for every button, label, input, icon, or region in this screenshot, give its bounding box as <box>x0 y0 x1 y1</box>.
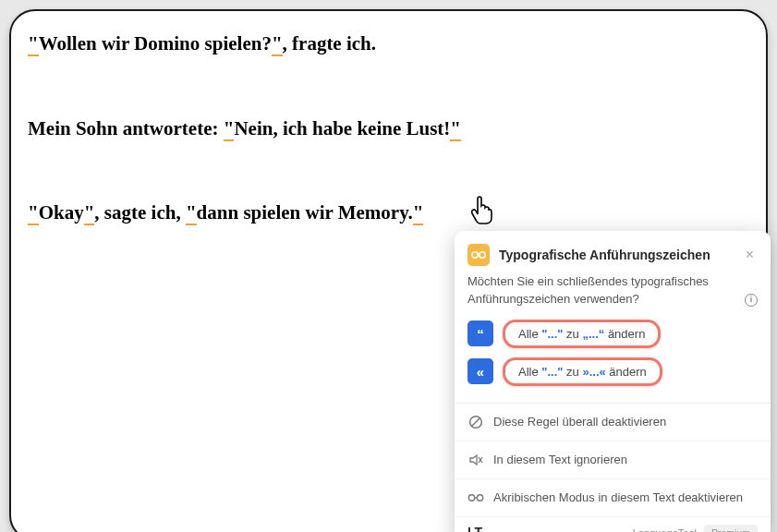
quote-mark-close[interactable]: " <box>413 201 424 225</box>
editor-window: "Wollen wir Domino spielen?", fragte ich… <box>9 9 768 532</box>
text-run: Mein Sohn antwortete: <box>28 117 224 139</box>
quote-mark-close[interactable]: " <box>84 201 95 225</box>
action-label: Diese Regel überall deaktivieren <box>493 415 666 429</box>
style-category-icon <box>467 244 490 266</box>
action-label: Akribischen Modus in diesem Text deaktiv… <box>493 490 743 504</box>
svg-line-4 <box>472 417 480 425</box>
popup-title: Typografische Anführungszeichen <box>499 248 733 262</box>
mute-icon <box>467 452 484 468</box>
svg-point-1 <box>480 252 485 258</box>
text-run: dann spielen wir Memory. <box>197 201 413 224</box>
suggestion-glyph-badge[interactable]: “ <box>467 320 493 346</box>
quote-mark-open[interactable]: " <box>28 201 39 225</box>
close-button[interactable]: × <box>742 246 758 264</box>
popup-actions: Diese Regel überall deaktivieren In dies… <box>455 403 771 517</box>
svg-point-8 <box>477 494 482 500</box>
text-run: Nein, ich habe keine Lust! <box>234 117 450 139</box>
deactivate-rule-button[interactable]: Diese Regel überall deaktivieren <box>455 404 771 441</box>
suggestion-glyph-badge[interactable]: « <box>467 358 493 384</box>
popup-header: Typografische Anführungszeichen × <box>455 231 771 273</box>
suggestion-row: « Alle "..." zu »...« ändern <box>467 357 758 386</box>
svg-point-0 <box>472 252 478 258</box>
quote-mark-close[interactable]: " <box>272 32 283 56</box>
suggestion-row: “ Alle "..." zu „...“ ändern <box>467 320 758 348</box>
deactivate-picky-mode-button[interactable]: Akribischen Modus in diesem Text deaktiv… <box>455 479 771 517</box>
text-run: Okay <box>39 201 84 224</box>
ignore-in-text-button[interactable]: In diesem Text ignorieren <box>455 441 771 479</box>
premium-badge[interactable]: Premium <box>704 525 758 532</box>
languagetool-link[interactable]: LanguageTool <box>633 527 697 532</box>
paragraph-3: "Okay", sagte ich, "dann spielen wir Mem… <box>28 199 749 228</box>
suggestion-popup: Typografische Anführungszeichen × Möchte… <box>455 231 771 532</box>
languagetool-logo[interactable]: LT <box>467 525 482 532</box>
document-body[interactable]: "Wollen wir Domino spielen?", fragte ich… <box>28 30 749 228</box>
quote-mark-open[interactable]: " <box>186 201 197 225</box>
glasses-icon <box>467 490 484 506</box>
suggestion-list: “ Alle "..." zu „...“ ändern « Alle "...… <box>455 320 771 403</box>
suggestion-apply-button[interactable]: Alle "..." zu „...“ ändern <box>503 320 661 348</box>
text-run: Wollen wir Domino spielen? <box>39 32 272 54</box>
quote-mark-close[interactable]: " <box>450 117 461 141</box>
action-label: In diesem Text ignorieren <box>493 453 627 466</box>
quote-mark-open[interactable]: " <box>224 117 235 141</box>
svg-point-7 <box>468 494 474 500</box>
text-run: , sagte ich, <box>94 201 186 224</box>
paragraph-2: Mein Sohn antwortete: "Nein, ich habe ke… <box>28 115 749 144</box>
suggestion-apply-button[interactable]: Alle "..." zu »...« ändern <box>503 357 662 386</box>
popup-description: Möchten Sie ein schließendes typografisc… <box>455 273 771 320</box>
info-icon[interactable]: i <box>745 294 758 307</box>
popup-footer: LT LanguageTool Premium <box>455 517 771 532</box>
quote-mark-open[interactable]: " <box>28 32 39 56</box>
ban-icon <box>467 414 484 430</box>
paragraph-1: "Wollen wir Domino spielen?", fragte ich… <box>28 30 749 59</box>
text-run: , fragte ich. <box>283 32 376 54</box>
